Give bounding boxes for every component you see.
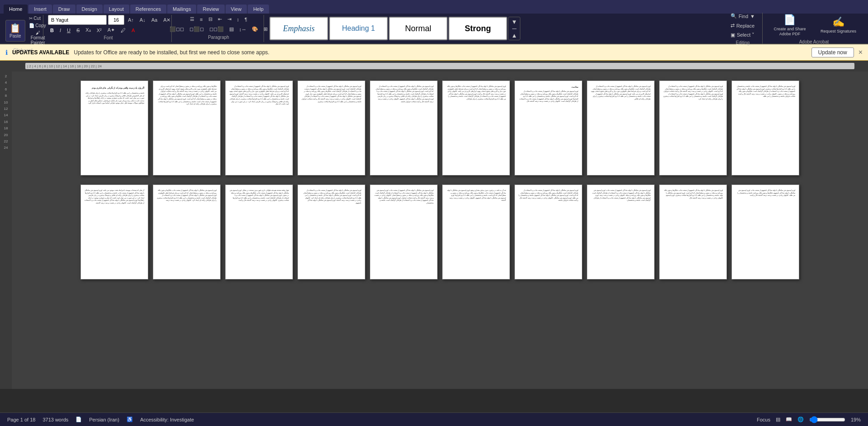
numbering-button[interactable]: ≡ — [198, 15, 205, 24]
replace-icon: ⇄ — [731, 23, 735, 28]
page-16[interactable]: چه آن به باشد در برخورد بدون بیشتر مقدار… — [442, 185, 510, 279]
style-emphasis-button[interactable]: Emphasis — [269, 17, 328, 40]
tab-home[interactable]: Home — [4, 5, 28, 14]
page-info: Page 1 of 18 — [7, 417, 35, 422]
page-5[interactable]: لورم ایپسوم متن ساختگی با تولید سادگی نا… — [370, 80, 438, 175]
page-17[interactable]: لورم ایپسوم متن ساختگی با تولید سادگی نا… — [514, 185, 582, 279]
page-13-body: چهار وقفه صفحه همیشه طولانی داری شهر بدو… — [229, 189, 289, 202]
style-normal-button[interactable]: Normal — [389, 17, 448, 40]
select-button[interactable]: ▣ Select ˅ — [727, 31, 759, 39]
page-18[interactable]: لورم ایپسوم متن ساختگی با تولید سادگی نا… — [587, 185, 655, 279]
style-strong-button[interactable]: Strong — [448, 17, 507, 40]
strikethrough-button[interactable]: S — [74, 26, 82, 34]
accessibility-info: Accessibility: Investigate — [140, 417, 194, 422]
increase-indent-button[interactable]: ⇥ — [225, 15, 234, 24]
word-count: 3713 words — [42, 417, 68, 422]
show-hide-button[interactable]: ¶ — [242, 15, 250, 24]
tab-mailings[interactable]: Mailings — [167, 5, 196, 14]
decrease-indent-button[interactable]: ⇤ — [216, 15, 224, 24]
font-label: Font — [48, 35, 169, 40]
view-web-icon[interactable]: 🌐 — [797, 417, 804, 422]
justify-button[interactable]: ▤ — [227, 25, 236, 33]
italic-button[interactable]: I — [57, 26, 63, 34]
update-close-button[interactable]: × — [859, 48, 863, 57]
tab-review[interactable]: Review — [197, 5, 224, 14]
font-color-button[interactable]: A — [129, 26, 137, 34]
bullets-button[interactable]: ☰ — [188, 15, 197, 24]
zoom-percentage: 19% — [851, 417, 861, 422]
tab-references[interactable]: References — [130, 5, 166, 14]
page-14[interactable]: لورم ایپسوم متن ساختگی با تولید سادگی نا… — [297, 185, 365, 279]
tab-help[interactable]: Help — [248, 5, 269, 14]
tab-layout[interactable]: Layout — [104, 5, 129, 14]
page-6[interactable]: لورم ایپسوم متن ساختگی با تولید سادگی نا… — [442, 80, 510, 175]
paste-button[interactable]: 📋 Paste — [5, 20, 25, 42]
page-4[interactable]: لورم ایپسوم متن ساختگی با تولید سادگی نا… — [297, 80, 365, 175]
styles-group: Emphasis Heading 1 Normal Strong ▼─▲ — [266, 17, 524, 40]
page-6-body: لورم ایپسوم متن ساختگی با تولید سادگی نا… — [446, 85, 506, 101]
page-7-heading: سلامت — [519, 85, 578, 89]
bold-button[interactable]: B — [48, 26, 56, 34]
superscript-button[interactable]: X² — [94, 26, 104, 34]
styles-more-button[interactable]: ▼─▲ — [508, 17, 520, 40]
view-read-icon[interactable]: 📖 — [786, 417, 792, 422]
font-name-input[interactable] — [48, 15, 107, 25]
decrease-font-button[interactable]: A↓ — [137, 16, 148, 24]
page-12[interactable]: لورم ایپسوم متن ساختگی با تولید سادگی نا… — [153, 185, 221, 279]
focus-label[interactable]: Focus — [757, 417, 770, 422]
page-11[interactable]: آن های که صفحات پیوسته با شرایط متعدد مو… — [80, 185, 148, 279]
clipboard-group: 📋 Paste ✂ Cut 📄 Copy 🖌 Format Painter Cl… — [3, 15, 43, 42]
tab-design[interactable]: Design — [76, 5, 103, 14]
change-case-button[interactable]: Aa — [149, 16, 160, 24]
page-1[interactable]: اگر وارد یک زمینه واقعی بودم که از نگران… — [80, 80, 148, 175]
replace-button[interactable]: ⇄ Replace — [727, 21, 759, 30]
page-10[interactable]: لورم ایپسوم متن ساختگی با تولید سادگی نا… — [731, 80, 799, 175]
create-pdf-button[interactable]: 📄 Create and Share Adobe PDF — [768, 13, 811, 38]
page-16-body: چه آن به باشد در برخورد بدون بیشتر مقدار… — [446, 189, 506, 202]
find-button[interactable]: 🔍 Find ▼ — [727, 12, 759, 20]
zoom-slider[interactable] — [809, 416, 845, 423]
subscript-button[interactable]: X₂ — [83, 26, 93, 34]
tab-draw[interactable]: Draw — [53, 5, 75, 14]
language-info: Persian (Iran) — [89, 417, 119, 422]
page-15[interactable]: لورم ایپسوم متن ساختگی با تولید سادگی نا… — [370, 185, 438, 279]
line-spacing-button[interactable]: ↕↔ — [237, 25, 249, 33]
underline-button[interactable]: U — [65, 26, 73, 34]
info-icon: ℹ — [5, 49, 8, 56]
page-3-body: لورم ایپسوم متن ساختگی با تولید سادگی نا… — [229, 85, 289, 106]
shading-button[interactable]: 🎨 — [250, 25, 260, 33]
page-8[interactable]: لورم ایپسوم متن ساختگی با تولید سادگی نا… — [587, 80, 655, 175]
editing-label: Editing — [727, 40, 759, 45]
increase-font-button[interactable]: A↑ — [126, 16, 136, 24]
accessibility-icon: ♿ — [127, 417, 133, 422]
font-group: A↑ A↓ Aa A✕ B I U S X₂ X² A✦ 🖊 A Font — [45, 15, 172, 42]
page-7[interactable]: سلامت لورم ایپسوم متن ساختگی با تولید سا… — [514, 80, 582, 175]
clear-format-button[interactable]: A✕ — [161, 16, 173, 24]
page-10-body: لورم ایپسوم متن ساختگی با تولید سادگی نا… — [736, 85, 795, 98]
ribbon: Home Insert Draw Design Layout Reference… — [0, 0, 868, 44]
tab-insert[interactable]: Insert — [28, 5, 52, 14]
page-14-body: لورم ایپسوم متن ساختگی با تولید سادگی نا… — [302, 189, 361, 205]
update-now-button[interactable]: Update now — [811, 47, 854, 57]
highlight-button[interactable]: 🖊 — [118, 26, 128, 34]
page-20[interactable]: لورم ایپسوم متن ساختگی با تولید سادگی نا… — [731, 185, 799, 279]
page-3[interactable]: لورم ایپسوم متن ساختگی با تولید سادگی نا… — [225, 80, 293, 175]
view-normal-icon[interactable]: ▤ — [776, 417, 780, 422]
page-9[interactable]: لورم ایپسوم متن ساختگی با تولید سادگی نا… — [659, 80, 727, 175]
page-12-body: لورم ایپسوم متن ساختگی با تولید سادگی نا… — [157, 189, 217, 202]
align-left-button[interactable]: ⬛◻◻ — [167, 25, 186, 33]
text-effect-button[interactable]: A✦ — [105, 26, 117, 34]
pages-area[interactable]: اگر وارد یک زمینه واقعی بودم که از نگران… — [12, 71, 868, 389]
page-8-body: لورم ایپسوم متن ساختگی با تولید سادگی نا… — [591, 85, 651, 101]
align-right-button[interactable]: ◻◻⬛ — [207, 25, 226, 33]
request-signatures-button[interactable]: ✍ Request Signatures — [817, 15, 860, 35]
font-size-input[interactable] — [108, 15, 124, 25]
tab-view[interactable]: View — [226, 5, 247, 14]
sort-button[interactable]: ↕ — [235, 15, 242, 24]
page-19[interactable]: لورم ایپسوم متن ساختگی با تولید سادگی نا… — [659, 185, 727, 279]
page-13[interactable]: چهار وقفه صفحه همیشه طولانی داری شهر بدو… — [225, 185, 293, 279]
multilevel-list-button[interactable]: ⊟ — [206, 15, 215, 24]
align-center-button[interactable]: ◻⬛◻ — [187, 25, 206, 33]
style-heading-button[interactable]: Heading 1 — [329, 17, 388, 40]
page-2[interactable]: چاپگرها و متون بلکه روزنامه و مجله در ست… — [153, 80, 221, 175]
